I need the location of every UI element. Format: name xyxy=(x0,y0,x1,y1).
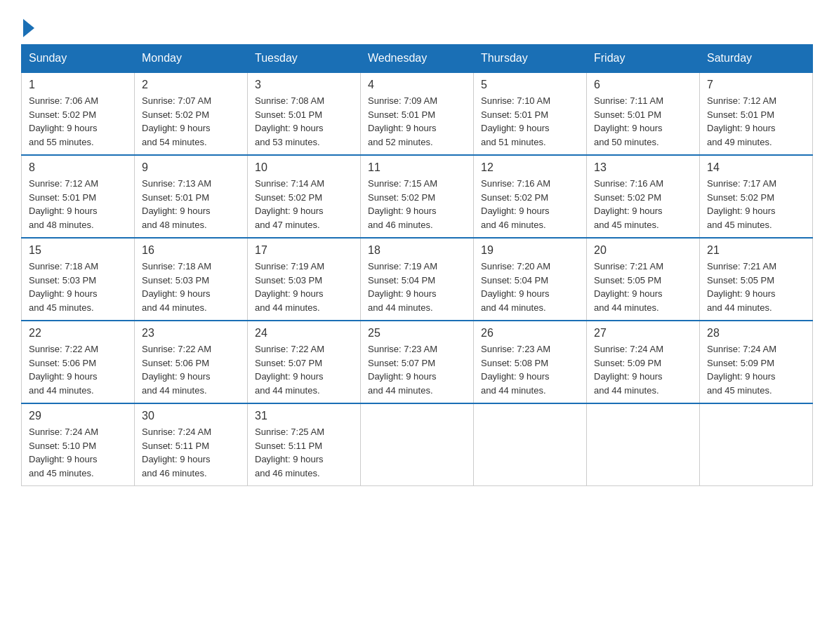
day-number: 29 xyxy=(29,410,127,422)
day-number: 24 xyxy=(255,327,353,340)
day-info: Sunrise: 7:10 AM Sunset: 5:01 PM Dayligh… xyxy=(481,94,579,149)
day-info: Sunrise: 7:19 AM Sunset: 5:03 PM Dayligh… xyxy=(255,260,353,314)
calendar-week-row: 29 Sunrise: 7:24 AM Sunset: 5:10 PM Dayl… xyxy=(22,403,813,486)
calendar-cell: 12 Sunrise: 7:16 AM Sunset: 5:02 PM Dayl… xyxy=(474,155,587,238)
col-header-thursday: Thursday xyxy=(474,45,587,73)
day-number: 23 xyxy=(142,327,240,340)
day-number: 20 xyxy=(594,244,692,257)
day-info: Sunrise: 7:11 AM Sunset: 5:01 PM Dayligh… xyxy=(594,94,692,149)
calendar-cell: 14 Sunrise: 7:17 AM Sunset: 5:02 PM Dayl… xyxy=(700,155,813,238)
calendar-week-row: 15 Sunrise: 7:18 AM Sunset: 5:03 PM Dayl… xyxy=(22,238,813,321)
day-info: Sunrise: 7:13 AM Sunset: 5:01 PM Dayligh… xyxy=(142,177,240,232)
calendar-cell: 28 Sunrise: 7:24 AM Sunset: 5:09 PM Dayl… xyxy=(700,321,813,403)
col-header-wednesday: Wednesday xyxy=(361,45,474,73)
day-number: 14 xyxy=(707,161,805,174)
calendar-cell xyxy=(361,403,474,486)
day-info: Sunrise: 7:16 AM Sunset: 5:02 PM Dayligh… xyxy=(594,177,692,232)
day-number: 31 xyxy=(255,410,353,422)
col-header-tuesday: Tuesday xyxy=(248,45,361,73)
day-info: Sunrise: 7:12 AM Sunset: 5:01 PM Dayligh… xyxy=(707,94,805,149)
calendar-header-row: SundayMondayTuesdayWednesdayThursdayFrid… xyxy=(22,45,813,73)
day-info: Sunrise: 7:22 AM Sunset: 5:06 PM Dayligh… xyxy=(29,342,127,397)
calendar-cell: 13 Sunrise: 7:16 AM Sunset: 5:02 PM Dayl… xyxy=(587,155,700,238)
day-info: Sunrise: 7:24 AM Sunset: 5:09 PM Dayligh… xyxy=(707,342,805,397)
calendar-cell: 10 Sunrise: 7:14 AM Sunset: 5:02 PM Dayl… xyxy=(248,155,361,238)
col-header-monday: Monday xyxy=(135,45,248,73)
day-info: Sunrise: 7:22 AM Sunset: 5:07 PM Dayligh… xyxy=(255,342,353,397)
day-number: 9 xyxy=(142,161,240,174)
calendar-cell: 18 Sunrise: 7:19 AM Sunset: 5:04 PM Dayl… xyxy=(361,238,474,321)
day-info: Sunrise: 7:23 AM Sunset: 5:08 PM Dayligh… xyxy=(481,342,579,397)
calendar-cell xyxy=(587,403,700,486)
day-info: Sunrise: 7:21 AM Sunset: 5:05 PM Dayligh… xyxy=(707,260,805,314)
day-info: Sunrise: 7:23 AM Sunset: 5:07 PM Dayligh… xyxy=(368,342,466,397)
day-number: 19 xyxy=(481,244,579,257)
day-number: 7 xyxy=(707,79,805,91)
day-info: Sunrise: 7:24 AM Sunset: 5:10 PM Dayligh… xyxy=(29,425,127,480)
day-number: 26 xyxy=(481,327,579,340)
day-info: Sunrise: 7:08 AM Sunset: 5:01 PM Dayligh… xyxy=(255,94,353,149)
col-header-saturday: Saturday xyxy=(700,45,813,73)
day-number: 11 xyxy=(368,161,466,174)
calendar-cell: 16 Sunrise: 7:18 AM Sunset: 5:03 PM Dayl… xyxy=(135,238,248,321)
logo xyxy=(21,14,34,37)
calendar-cell: 26 Sunrise: 7:23 AM Sunset: 5:08 PM Dayl… xyxy=(474,321,587,403)
day-number: 17 xyxy=(255,244,353,257)
day-number: 25 xyxy=(368,327,466,340)
calendar-cell: 1 Sunrise: 7:06 AM Sunset: 5:02 PM Dayli… xyxy=(22,72,135,155)
day-info: Sunrise: 7:25 AM Sunset: 5:11 PM Dayligh… xyxy=(255,425,353,480)
day-number: 12 xyxy=(481,161,579,174)
day-number: 27 xyxy=(594,327,692,340)
day-number: 10 xyxy=(255,161,353,174)
day-number: 22 xyxy=(29,327,127,340)
day-info: Sunrise: 7:07 AM Sunset: 5:02 PM Dayligh… xyxy=(142,94,240,149)
calendar-cell: 24 Sunrise: 7:22 AM Sunset: 5:07 PM Dayl… xyxy=(248,321,361,403)
calendar-cell: 7 Sunrise: 7:12 AM Sunset: 5:01 PM Dayli… xyxy=(700,72,813,155)
day-number: 16 xyxy=(142,244,240,257)
page-header xyxy=(21,14,813,37)
day-info: Sunrise: 7:06 AM Sunset: 5:02 PM Dayligh… xyxy=(29,94,127,149)
day-number: 18 xyxy=(368,244,466,257)
calendar-cell: 30 Sunrise: 7:24 AM Sunset: 5:11 PM Dayl… xyxy=(135,403,248,486)
calendar-cell: 2 Sunrise: 7:07 AM Sunset: 5:02 PM Dayli… xyxy=(135,72,248,155)
calendar-cell: 15 Sunrise: 7:18 AM Sunset: 5:03 PM Dayl… xyxy=(22,238,135,321)
day-info: Sunrise: 7:18 AM Sunset: 5:03 PM Dayligh… xyxy=(29,260,127,314)
day-info: Sunrise: 7:19 AM Sunset: 5:04 PM Dayligh… xyxy=(368,260,466,314)
day-number: 5 xyxy=(481,79,579,91)
calendar-cell: 31 Sunrise: 7:25 AM Sunset: 5:11 PM Dayl… xyxy=(248,403,361,486)
day-number: 28 xyxy=(707,327,805,340)
calendar-week-row: 8 Sunrise: 7:12 AM Sunset: 5:01 PM Dayli… xyxy=(22,155,813,238)
day-info: Sunrise: 7:17 AM Sunset: 5:02 PM Dayligh… xyxy=(707,177,805,232)
calendar-cell: 8 Sunrise: 7:12 AM Sunset: 5:01 PM Dayli… xyxy=(22,155,135,238)
calendar-table: SundayMondayTuesdayWednesdayThursdayFrid… xyxy=(21,44,813,486)
calendar-cell: 21 Sunrise: 7:21 AM Sunset: 5:05 PM Dayl… xyxy=(700,238,813,321)
day-info: Sunrise: 7:22 AM Sunset: 5:06 PM Dayligh… xyxy=(142,342,240,397)
calendar-week-row: 22 Sunrise: 7:22 AM Sunset: 5:06 PM Dayl… xyxy=(22,321,813,403)
calendar-cell: 11 Sunrise: 7:15 AM Sunset: 5:02 PM Dayl… xyxy=(361,155,474,238)
day-number: 2 xyxy=(142,79,240,91)
day-info: Sunrise: 7:18 AM Sunset: 5:03 PM Dayligh… xyxy=(142,260,240,314)
day-info: Sunrise: 7:21 AM Sunset: 5:05 PM Dayligh… xyxy=(594,260,692,314)
day-number: 13 xyxy=(594,161,692,174)
day-number: 8 xyxy=(29,161,127,174)
calendar-cell: 23 Sunrise: 7:22 AM Sunset: 5:06 PM Dayl… xyxy=(135,321,248,403)
calendar-cell: 22 Sunrise: 7:22 AM Sunset: 5:06 PM Dayl… xyxy=(22,321,135,403)
day-number: 30 xyxy=(142,410,240,422)
calendar-cell xyxy=(474,403,587,486)
calendar-cell: 3 Sunrise: 7:08 AM Sunset: 5:01 PM Dayli… xyxy=(248,72,361,155)
col-header-sunday: Sunday xyxy=(22,45,135,73)
col-header-friday: Friday xyxy=(587,45,700,73)
day-number: 1 xyxy=(29,79,127,91)
calendar-cell: 19 Sunrise: 7:20 AM Sunset: 5:04 PM Dayl… xyxy=(474,238,587,321)
day-number: 21 xyxy=(707,244,805,257)
calendar-cell: 4 Sunrise: 7:09 AM Sunset: 5:01 PM Dayli… xyxy=(361,72,474,155)
calendar-cell: 27 Sunrise: 7:24 AM Sunset: 5:09 PM Dayl… xyxy=(587,321,700,403)
calendar-cell: 9 Sunrise: 7:13 AM Sunset: 5:01 PM Dayli… xyxy=(135,155,248,238)
calendar-cell: 29 Sunrise: 7:24 AM Sunset: 5:10 PM Dayl… xyxy=(22,403,135,486)
day-info: Sunrise: 7:20 AM Sunset: 5:04 PM Dayligh… xyxy=(481,260,579,314)
day-info: Sunrise: 7:24 AM Sunset: 5:11 PM Dayligh… xyxy=(142,425,240,480)
day-info: Sunrise: 7:09 AM Sunset: 5:01 PM Dayligh… xyxy=(368,94,466,149)
day-info: Sunrise: 7:16 AM Sunset: 5:02 PM Dayligh… xyxy=(481,177,579,232)
calendar-cell: 20 Sunrise: 7:21 AM Sunset: 5:05 PM Dayl… xyxy=(587,238,700,321)
day-info: Sunrise: 7:14 AM Sunset: 5:02 PM Dayligh… xyxy=(255,177,353,232)
